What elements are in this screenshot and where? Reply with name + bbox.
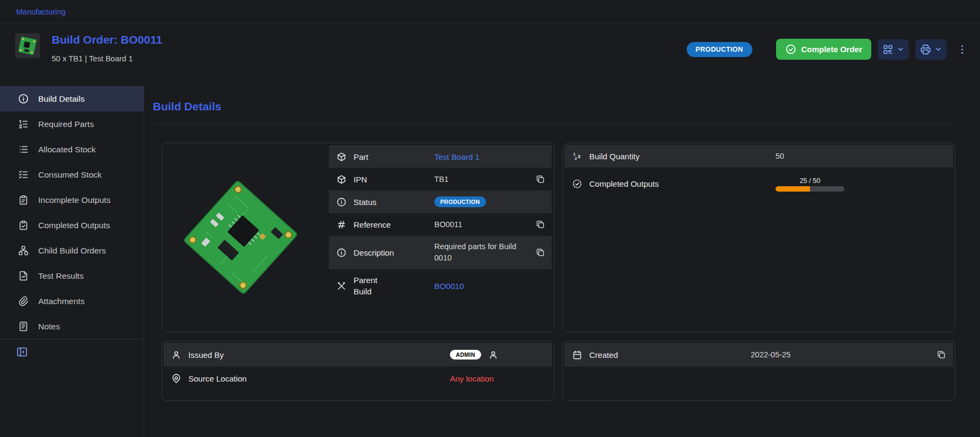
sidebar-item-completed-outputs[interactable]: Completed Outputs: [0, 213, 144, 238]
detail-label: Part: [354, 152, 434, 161]
info-circle-icon: [336, 248, 347, 258]
sitemap-icon: [18, 245, 29, 256]
build-quantities-panel: Build Quantity 50 Completed Outputs 25 /…: [562, 143, 955, 332]
part-image[interactable]: [173, 170, 308, 305]
detail-label: Status: [354, 198, 434, 207]
detail-row-description: Description Required parts for Build 001…: [329, 236, 552, 269]
list-check-icon: [18, 169, 29, 180]
circle-check-icon: [785, 44, 796, 55]
sidebar-item-label: Completed Outputs: [38, 221, 110, 230]
detail-label: Build Quantity: [589, 152, 775, 161]
qr-code-icon: [882, 44, 894, 55]
complete-order-button[interactable]: Complete Order: [776, 39, 871, 60]
sidebar-item-incomplete-outputs[interactable]: Incomplete Outputs: [0, 187, 144, 213]
box-icon: [336, 174, 347, 185]
sidebar-item-child-build-orders[interactable]: Child Build Orders: [0, 238, 144, 263]
detail-row-parent-build: Parent Build BO0010: [329, 269, 552, 302]
sidebar-item-consumed-stock[interactable]: Consumed Stock: [0, 162, 144, 187]
sidebar-item-label: Incomplete Outputs: [38, 195, 110, 205]
sidebar-item-attachments[interactable]: Attachments: [0, 288, 144, 314]
status-badge: PRODUCTION: [434, 196, 486, 207]
chevron-down-icon: [897, 45, 905, 53]
breadcrumb: Manufacturing: [0, 0, 980, 24]
part-image-wrap: [164, 145, 318, 330]
section-divider: [153, 124, 955, 124]
detail-label: IPN: [354, 175, 434, 184]
detail-label: Reference: [354, 220, 434, 229]
sidebar-item-label: Consumed Stock: [38, 170, 102, 180]
issued-by-value: ADMIN: [450, 350, 552, 360]
detail-label: Created: [589, 350, 751, 360]
detail-label: Description: [354, 248, 434, 257]
sidebar-item-allocated-stock[interactable]: Allocated Stock: [0, 137, 144, 162]
created-value: 2022-05-25: [751, 350, 929, 359]
info-circle-icon: [336, 197, 347, 207]
sidebar-item-label: Test Results: [38, 271, 83, 281]
build-details-panel: Part Test Board 1 IPN TB1 Status PRODUCT…: [161, 143, 554, 332]
detail-row-part: Part Test Board 1: [329, 145, 552, 168]
panels-grid: Part Test Board 1 IPN TB1 Status PRODUCT…: [161, 143, 955, 401]
header-titles: Build Order: BO0011 50 x TB1 | Test Boar…: [52, 33, 162, 63]
print-actions-button[interactable]: [915, 39, 947, 60]
build-order-thumbnail[interactable]: [15, 33, 40, 58]
breadcrumb-link-manufacturing[interactable]: Manufacturing: [16, 8, 66, 16]
printer-icon: [920, 44, 932, 55]
page-subtitle: 50 x TB1 | Test Board 1: [52, 54, 162, 63]
header-actions: PRODUCTION Complete Order: [687, 33, 970, 60]
sidebar-collapse-button[interactable]: [16, 346, 28, 358]
copy-button[interactable]: [534, 173, 546, 185]
source-location-row: Source Location Any location: [164, 366, 552, 390]
detail-label: Source Location: [188, 374, 450, 383]
copy-button[interactable]: [534, 246, 546, 258]
more-actions-button[interactable]: [954, 41, 970, 58]
section-title: Build Details: [153, 100, 955, 113]
info-circle-icon: [18, 93, 29, 104]
part-link[interactable]: Test Board 1: [434, 152, 529, 161]
created-row: Created 2022-05-25: [565, 343, 953, 366]
barcode-actions-button[interactable]: [878, 39, 909, 60]
sidebar-item-test-results[interactable]: Test Results: [0, 263, 144, 288]
progress-text: 25 / 50: [775, 177, 844, 185]
page-title: Build Order: BO0011: [52, 33, 162, 46]
source-location-value: Any location: [450, 374, 552, 383]
status-badge: PRODUCTION: [687, 42, 752, 57]
progress-track: [775, 186, 844, 192]
sidebar-item-label: Child Build Orders: [38, 246, 106, 256]
clipboard-check-icon: [18, 220, 29, 231]
user-icon: [171, 350, 181, 360]
detail-label: Parent Build: [354, 274, 386, 297]
parent-build-link[interactable]: BO0010: [434, 281, 529, 291]
pcb-thumbnail-image: [15, 33, 40, 58]
sidebar-item-build-details[interactable]: Build Details: [0, 86, 144, 111]
hash-icon: [336, 220, 347, 230]
main-content: Build Details: [144, 86, 980, 437]
crossed-tools-icon: [336, 281, 347, 291]
detail-label: Issued By: [188, 350, 450, 360]
ipn-value: TB1: [434, 175, 529, 184]
clipboard-icon: [18, 194, 29, 206]
build-quantity-row: Build Quantity 50: [565, 145, 953, 167]
completed-outputs-progress: 25 / 50: [775, 176, 844, 192]
copy-icon: [535, 220, 545, 229]
panel-collapse-icon: [16, 346, 28, 358]
details-table: Part Test Board 1 IPN TB1 Status PRODUCT…: [328, 145, 552, 330]
copy-button[interactable]: [935, 349, 947, 361]
map-pin-icon: [171, 373, 181, 384]
issued-panel: Issued By ADMIN Source Location Any loca…: [161, 341, 554, 401]
created-panel: Created 2022-05-25: [562, 341, 955, 401]
copy-icon: [936, 350, 946, 360]
sidebar-item-label: Notes: [38, 322, 60, 332]
detail-label: Completed Outputs: [589, 179, 775, 188]
sidebar-item-label: Required Parts: [38, 119, 94, 129]
sidebar-item-notes[interactable]: Notes: [0, 314, 144, 339]
complete-order-label: Complete Order: [801, 45, 862, 54]
sidebar-footer: [0, 339, 144, 358]
completed-outputs-row: Completed Outputs 25 / 50: [565, 167, 953, 200]
user-icon: [488, 350, 498, 360]
description-value: Required parts for Build 0010: [434, 241, 527, 264]
content: Build Details Required Parts Allocated S…: [0, 86, 980, 437]
sidebar-item-required-parts[interactable]: Required Parts: [0, 111, 144, 137]
copy-button[interactable]: [534, 219, 546, 230]
list-numbers-icon: [18, 118, 29, 130]
circle-dashed-check-icon: [572, 179, 582, 189]
